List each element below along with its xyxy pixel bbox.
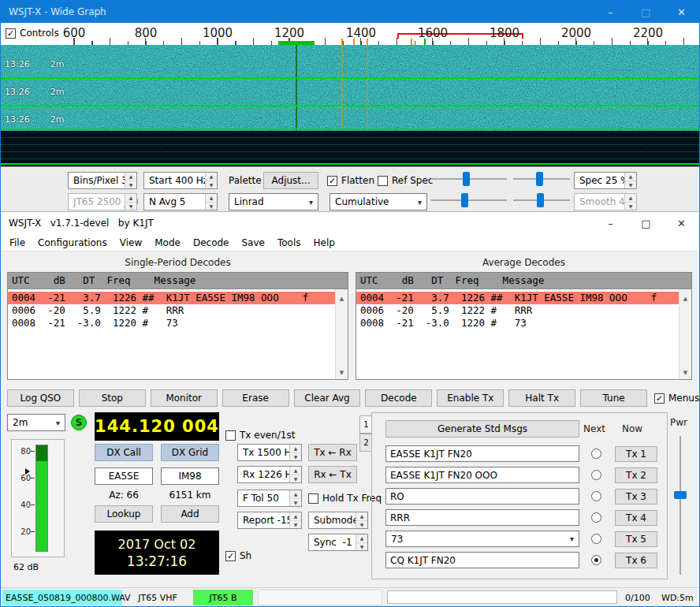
slider-handle[interactable] — [537, 193, 544, 207]
sync-spinner[interactable]: Sync -1 — [308, 534, 368, 551]
lookup-button[interactable]: Lookup — [95, 505, 153, 523]
dx-call-button[interactable]: DX Call — [95, 444, 153, 461]
slider-handle[interactable] — [536, 172, 543, 186]
sh-checkbox[interactable]: Sh — [225, 550, 251, 561]
bins-pixel-spinner[interactable]: Bins/Pixel 3 — [68, 172, 137, 189]
tx5-message-combo[interactable]: 73 — [385, 531, 579, 547]
band-select[interactable]: 2m — [7, 414, 65, 431]
tx1-message-field[interactable]: EA5SE K1JT FN20 — [385, 445, 579, 462]
dx-grid-button[interactable]: DX Grid — [161, 444, 219, 461]
decode-row[interactable]: 0006 -20 5.9 1222 # RRR — [356, 304, 679, 317]
wide-graph-titlebar[interactable]: WSJT-X - Wide Graph — [1, 1, 699, 23]
minimize-button[interactable] — [593, 1, 628, 23]
decode-row[interactable]: 0008 -21 -3.0 1220 # 73 — [356, 317, 679, 330]
adjust-button[interactable]: Adjust... — [263, 172, 318, 189]
decode-row[interactable]: 0004 -21 3.7 1226 ## K1JT EA5SE IM98 OOO… — [8, 292, 335, 304]
waterfall[interactable]: 13:26 2m 13:26 2m 13:26 2m — [1, 45, 699, 131]
tx3-next-radio[interactable] — [591, 491, 601, 501]
flatten-checkbox[interactable]: Flatten — [327, 175, 374, 186]
ref-spec-checkbox[interactable]: Ref Spec — [378, 175, 433, 186]
clear-avg-button[interactable]: Clear Avg — [294, 389, 361, 407]
spinner-arrows[interactable] — [289, 512, 301, 528]
tx4-message-field[interactable]: RRR — [385, 509, 579, 526]
menu-view[interactable]: View — [114, 236, 147, 250]
menu-decode[interactable]: Decode — [188, 236, 235, 250]
spectrum-plot[interactable] — [1, 131, 699, 166]
monitor-button[interactable]: Monitor — [151, 389, 218, 407]
dx-grid-field[interactable]: IM98 — [161, 467, 219, 485]
spinner-arrows[interactable] — [205, 173, 217, 188]
decode-row[interactable]: 0004 -21 3.7 1226 ## K1JT EA5SE IM98 OOO… — [356, 292, 679, 304]
tx1-next-radio[interactable] — [591, 449, 601, 459]
halt-tx-button[interactable]: Halt Tx — [508, 389, 575, 407]
spinner-arrows[interactable] — [356, 512, 367, 528]
display-mode-combo[interactable]: Cumulative — [330, 193, 427, 210]
spinner-arrows[interactable] — [205, 194, 217, 210]
close-button[interactable] — [664, 1, 699, 23]
spectrum-gain-slider[interactable] — [431, 193, 507, 207]
tx6-message-field[interactable]: CQ K1JT FN20 — [385, 552, 579, 568]
slider-handle[interactable] — [463, 172, 470, 186]
menu-help[interactable]: Help — [308, 236, 341, 250]
decode-list[interactable]: 0004 -21 3.7 1226 ## K1JT EA5SE IM98 OOO… — [8, 289, 335, 379]
rx-from-tx-button[interactable]: Rx ← Tx — [308, 466, 357, 483]
tx2-button[interactable]: Tx 2 — [615, 467, 657, 483]
spinner-arrows[interactable] — [356, 534, 367, 550]
tune-button[interactable]: Tune — [580, 389, 647, 407]
stop-button[interactable]: Stop — [79, 389, 146, 407]
slider-handle[interactable] — [674, 491, 687, 499]
maximize-button[interactable] — [628, 212, 664, 234]
pwr-slider[interactable] — [673, 436, 687, 575]
tab-1[interactable]: 1 — [359, 415, 372, 434]
tx6-button[interactable]: Tx 6 — [615, 553, 657, 568]
f-tol-spinner[interactable]: F Tol 50 — [237, 490, 302, 507]
erase-button[interactable]: Erase — [222, 389, 289, 407]
palette-combo[interactable]: Linrad — [229, 193, 318, 210]
spectrum-zero-slider[interactable] — [513, 193, 570, 207]
main-titlebar[interactable]: WSJT-X v1.7.1-devel by K1JT — [1, 212, 699, 234]
spinner-arrows[interactable] — [289, 490, 301, 506]
start-freq-spinner[interactable]: Start 400 Hz — [143, 172, 218, 189]
waterfall-zero-slider[interactable] — [513, 172, 570, 186]
n-avg-spinner[interactable]: N Avg 5 — [143, 193, 218, 210]
minimize-button[interactable] — [593, 212, 628, 234]
menu-file[interactable]: File — [4, 236, 31, 250]
slider-handle[interactable] — [461, 193, 468, 207]
rig-status-badge[interactable]: S — [71, 415, 87, 430]
enable-tx-button[interactable]: Enable Tx — [437, 389, 504, 407]
tx3-message-field[interactable]: RO — [385, 488, 579, 505]
spec-percent-spinner[interactable]: Spec 25 % — [574, 172, 637, 189]
menus-checkbox[interactable]: Menus — [654, 393, 699, 404]
dx-call-field[interactable]: EA5SE — [95, 467, 153, 485]
menu-tools[interactable]: Tools — [272, 236, 307, 250]
tx4-next-radio[interactable] — [591, 512, 601, 523]
rx-freq-spinner[interactable]: Rx 1226 Hz — [237, 466, 302, 483]
controls-checkbox[interactable]: Controls — [6, 28, 59, 39]
tx-from-rx-button[interactable]: Tx ← Rx — [308, 444, 357, 461]
tx2-message-field[interactable]: EA5SE K1JT FN20 OOO — [385, 467, 579, 483]
tx2-next-radio[interactable] — [591, 470, 601, 480]
tx6-next-radio[interactable] — [591, 555, 601, 565]
scrollbar[interactable] — [679, 289, 691, 379]
log-qso-button[interactable]: Log QSO — [7, 389, 74, 407]
tx5-next-radio[interactable] — [591, 534, 601, 544]
tx5-button[interactable]: Tx 5 — [615, 531, 657, 547]
spinner-arrows[interactable] — [289, 445, 301, 460]
scrollbar[interactable] — [335, 289, 348, 379]
spinner-arrows[interactable] — [125, 173, 136, 188]
report-spinner[interactable]: Report -15 — [237, 512, 302, 529]
decode-list[interactable]: 0004 -21 3.7 1226 ## K1JT EA5SE IM98 OOO… — [356, 289, 679, 379]
tx1-button[interactable]: Tx 1 — [615, 446, 657, 462]
decode-button[interactable]: Decode — [365, 389, 432, 407]
menu-configurations[interactable]: Configurations — [32, 236, 113, 250]
spinner-arrows[interactable] — [289, 467, 301, 482]
tab-2[interactable]: 2 — [359, 434, 372, 452]
generate-std-msgs-button[interactable]: Generate Std Msgs — [385, 420, 579, 438]
spinner-arrows[interactable] — [624, 173, 636, 188]
menu-save[interactable]: Save — [236, 236, 270, 250]
tx3-button[interactable]: Tx 3 — [615, 489, 657, 505]
close-button[interactable] — [664, 212, 699, 234]
add-button[interactable]: Add — [161, 505, 219, 523]
decode-row[interactable]: 0008 -21 -3.0 1220 # 73 — [8, 317, 335, 330]
tx-even-checkbox[interactable]: Tx even/1st — [225, 430, 295, 441]
